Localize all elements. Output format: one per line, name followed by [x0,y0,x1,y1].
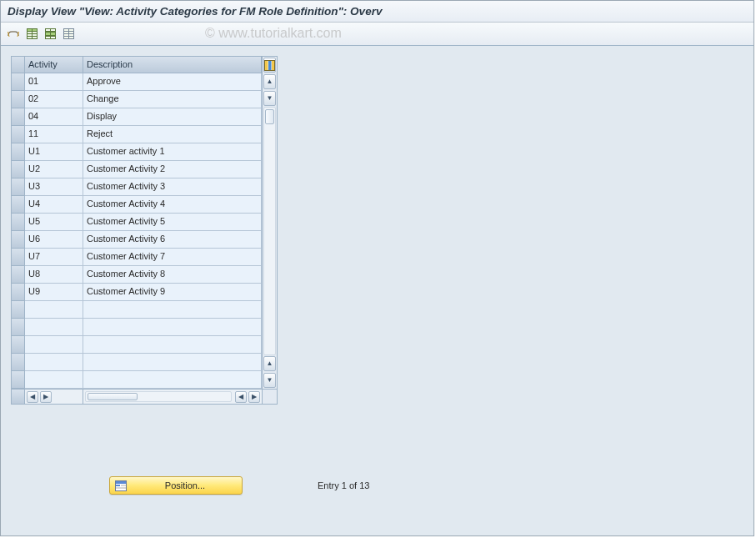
cell-activity[interactable]: U6 [25,231,83,249]
cell-activity[interactable]: U3 [25,178,83,196]
scroll-down-button[interactable]: ▼ [263,91,276,106]
cell-description[interactable]: Customer Activity 6 [83,231,262,249]
chevron-left-icon: ◀ [30,394,35,400]
cell-description[interactable]: Customer Activity 7 [83,249,262,266]
cell-description-empty [83,336,262,354]
row-selector[interactable] [12,319,25,336]
footer: Position... Entry 1 of 13 [109,476,369,495]
cell-description-empty [83,354,262,371]
scroll-up-button-2[interactable]: ▲ [263,356,276,371]
horizontal-scroll-thumb[interactable] [88,393,138,400]
select-all-button[interactable] [24,27,39,42]
column-header-description[interactable]: Description [83,57,262,73]
row-selector[interactable] [12,354,25,371]
cell-activity[interactable]: U8 [25,266,83,284]
titlebar: Display View "View: Activity Categories … [1,1,753,23]
toggle-display-change-button[interactable] [6,27,21,42]
table-row[interactable]: 04Display [12,108,262,126]
svg-rect-17 [268,61,272,70]
table-row[interactable]: 11Reject [12,126,262,143]
row-selector[interactable] [12,266,25,284]
row-selector[interactable] [12,91,25,108]
table-row[interactable]: 02Change [12,91,262,108]
row-selector-header[interactable] [12,57,25,73]
row-selector[interactable] [12,196,25,214]
row-selector[interactable] [12,371,25,389]
cell-activity[interactable]: 01 [25,73,83,91]
table-row[interactable]: U2Customer Activity 2 [12,161,262,178]
row-selector[interactable] [12,108,25,126]
cell-description[interactable]: Customer Activity 9 [83,284,262,301]
scroll-up-button[interactable]: ▲ [263,74,276,89]
deselect-all-button[interactable] [61,27,76,42]
chevron-right-icon: ▶ [43,394,48,400]
row-selector[interactable] [12,214,25,231]
cell-activity[interactable]: U1 [25,143,83,161]
row-selector[interactable] [12,73,25,91]
position-button[interactable]: Position... [109,476,243,495]
row-selector[interactable] [12,336,25,354]
configure-columns-button[interactable] [263,58,276,73]
row-selector[interactable] [12,143,25,161]
cell-description[interactable]: Customer Activity 5 [83,214,262,231]
table-row[interactable]: U7Customer Activity 7 [12,249,262,266]
column-header-activity[interactable]: Activity [25,57,83,73]
scroll-right-button[interactable]: ▶ [40,391,52,403]
table-row[interactable]: U9Customer Activity 9 [12,284,262,301]
select-block-button[interactable] [43,27,58,42]
cell-description[interactable]: Approve [83,73,262,91]
cell-description[interactable]: Customer Activity 2 [83,161,262,178]
table-row[interactable]: U8Customer Activity 8 [12,266,262,284]
vertical-scroll-thumb[interactable] [265,109,274,124]
table-row-empty [12,371,262,389]
chevron-down-icon: ▼ [267,377,273,384]
cell-activity[interactable]: 11 [25,126,83,143]
row-selector[interactable] [12,284,25,301]
hscroll-spacer [12,390,25,404]
cell-description[interactable]: Change [83,91,262,108]
hscroll-corner [262,390,277,404]
table-row[interactable]: U1Customer activity 1 [12,143,262,161]
table-row[interactable]: U5Customer Activity 5 [12,214,262,231]
cell-activity-empty [25,336,83,354]
cell-activity[interactable]: U2 [25,161,83,178]
vertical-scroll-track[interactable] [263,107,276,355]
cell-activity[interactable]: U5 [25,214,83,231]
cell-description[interactable]: Customer activity 1 [83,143,262,161]
chevron-left-icon: ◀ [238,394,243,400]
entry-counter: Entry 1 of 13 [318,480,369,490]
cell-activity[interactable]: U4 [25,196,83,214]
cell-activity[interactable]: U9 [25,284,83,301]
svg-rect-20 [116,481,126,484]
cell-description[interactable]: Display [83,108,262,126]
select-block-icon [45,28,56,39]
glasses-icon [8,29,19,39]
row-selector[interactable] [12,249,25,266]
row-selector[interactable] [12,161,25,178]
row-selector[interactable] [12,231,25,249]
content-area: Activity Description 01Approve02Change04… [1,46,753,535]
cell-description[interactable]: Customer Activity 3 [83,178,262,196]
cell-activity[interactable]: 02 [25,91,83,108]
row-selector[interactable] [12,126,25,143]
row-selector[interactable] [12,301,25,319]
table-row[interactable]: U3Customer Activity 3 [12,178,262,196]
svg-rect-21 [116,485,120,486]
cell-description[interactable]: Reject [83,126,262,143]
cell-activity[interactable]: 04 [25,108,83,126]
scroll-right-button-2[interactable]: ▶ [248,391,260,403]
scroll-down-button-2[interactable]: ▼ [263,373,276,388]
table-body: Activity Description 01Approve02Change04… [12,57,262,389]
table-row[interactable]: U4Customer Activity 4 [12,196,262,214]
table-row[interactable]: U6Customer Activity 6 [12,231,262,249]
scroll-left-button[interactable]: ◀ [27,391,38,403]
scroll-left-button-2[interactable]: ◀ [235,391,247,403]
cell-description[interactable]: Customer Activity 4 [83,196,262,214]
table-row[interactable]: 01Approve [12,73,262,91]
cell-description[interactable]: Customer Activity 8 [83,266,262,284]
svg-rect-16 [265,61,268,70]
row-selector[interactable] [12,178,25,196]
table-row-empty [12,336,262,354]
cell-activity[interactable]: U7 [25,249,83,266]
horizontal-scroll-track[interactable] [85,391,232,402]
